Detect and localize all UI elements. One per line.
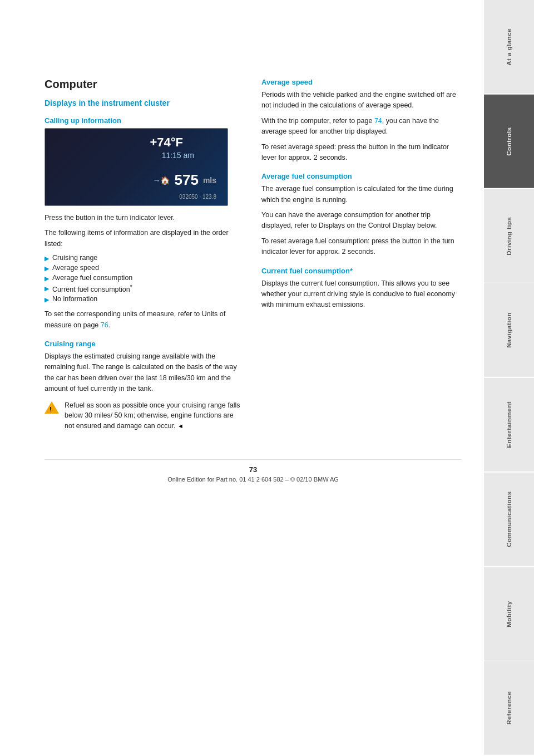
bullet-arrow-icon: ▶: [44, 265, 49, 272]
instrument-cluster-image: +74°F 11:15 am →🏠 575 mls 032050 · 123.8: [44, 128, 228, 206]
current-fuel-text1: Displays the current fuel consumption. T…: [261, 278, 462, 311]
calling-up-text1: Press the button in the turn indicator l…: [44, 213, 245, 223]
bullet-item-0: ▶Cruising range: [44, 254, 245, 262]
sidebar-tab-entertainment[interactable]: Entertainment: [484, 378, 534, 472]
units-ref-text: To set the corresponding units of measur…: [44, 309, 245, 331]
cluster-bottom-info: 032050 · 123.8: [179, 194, 216, 200]
bullet-arrow-icon: ▶: [44, 275, 49, 282]
bullet-arrow-icon: ▶: [44, 285, 49, 292]
bullet-item-3: ▶Current fuel consumption*: [44, 284, 245, 293]
cluster-arrow-icon: →🏠: [152, 176, 170, 185]
avg-speed-text1: Periods with the vehicle parked and the …: [261, 90, 462, 111]
subsection-avg-speed: Average speed: [261, 78, 462, 86]
sidebar-tab-driving-tips[interactable]: Driving tips: [484, 189, 534, 283]
bullet-item-4: ▶No information: [44, 295, 245, 303]
avg-fuel-text3: To reset average fuel consumption: press…: [261, 236, 462, 258]
subsection-current-fuel: Current fuel consumption*: [261, 267, 462, 275]
sidebar-tab-mobility[interactable]: Mobility: [484, 567, 534, 661]
cruising-text1: Displays the estimated cruising range av…: [44, 351, 245, 395]
bullet-arrow-icon: ▶: [44, 255, 49, 262]
page-number: 73: [44, 465, 462, 474]
sidebar-tab-controls[interactable]: Controls: [484, 95, 534, 188]
warning-box: Refuel as soon as possible once your cru…: [44, 400, 245, 431]
subsection-avg-fuel: Average fuel consumption: [261, 172, 462, 180]
subsection-cruising: Cruising range: [44, 340, 245, 348]
bullet-arrow-icon: ▶: [44, 296, 49, 303]
sidebar-tab-communications[interactable]: Communications: [484, 473, 534, 566]
avg-fuel-text2: You can have the average consumption for…: [261, 210, 462, 232]
chapter-title: Computer: [44, 78, 245, 91]
footer-text: Online Edition for Part no. 01 41 2 604 …: [44, 476, 462, 483]
cluster-time-display: 11:15 am: [162, 151, 194, 160]
sidebar-tab-reference[interactable]: Reference: [484, 661, 534, 755]
bullet-item-2: ▶Average fuel consumption: [44, 274, 245, 282]
right-column: Average speed Periods with the vehicle p…: [261, 78, 462, 437]
sidebar-tab-navigation[interactable]: Navigation: [484, 283, 534, 377]
avg-speed-text2: With the trip computer, refer to page 74…: [261, 116, 462, 138]
right-sidebar: At a glanceControlsDriving tipsNavigatio…: [484, 0, 534, 756]
subsection-calling-up: Calling up information: [44, 116, 245, 125]
cluster-temp-display: +74°F: [150, 135, 183, 150]
bullet-list: ▶Cruising range▶Average speed▶Average fu…: [44, 254, 245, 303]
bullet-item-1: ▶Average speed: [44, 264, 245, 272]
sidebar-tab-at-a-glance[interactable]: At a glance: [484, 0, 534, 94]
page-footer: 73 Online Edition for Part no. 01 41 2 6…: [44, 459, 462, 483]
avg-fuel-text1: The average fuel consumption is calculat…: [261, 184, 462, 205]
cluster-range-display: →🏠 575 mls: [152, 171, 216, 189]
avg-speed-text3: To reset average speed: press the button…: [261, 142, 462, 164]
warning-triangle-icon: [44, 401, 59, 414]
units-ref-link[interactable]: 76: [101, 321, 108, 329]
section-title: Displays in the instrument cluster: [44, 99, 245, 107]
left-column: Computer Displays in the instrument clus…: [44, 78, 245, 437]
warning-text-content: Refuel as soon as possible once your cru…: [65, 400, 245, 431]
calling-up-text2: The following items of information are d…: [44, 228, 245, 249]
avg-speed-ref-link[interactable]: 74: [374, 117, 382, 125]
